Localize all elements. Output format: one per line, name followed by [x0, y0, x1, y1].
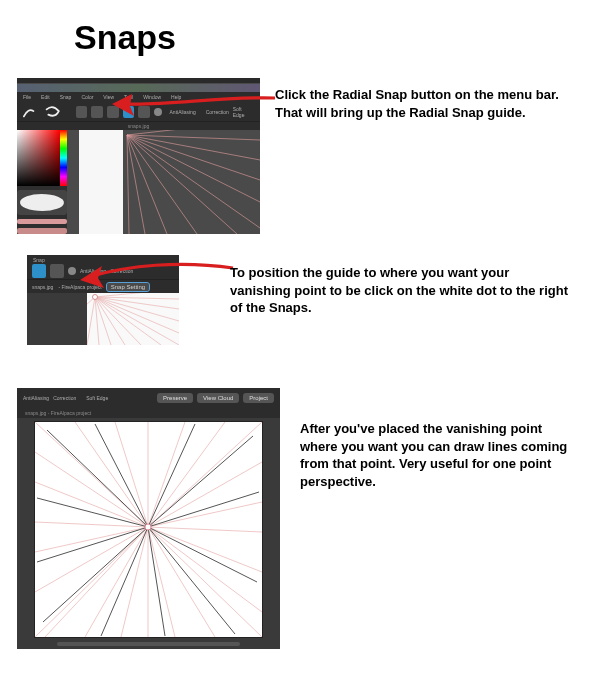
svg-line-5	[127, 135, 260, 228]
menu-view[interactable]: View	[103, 94, 114, 100]
svg-line-10	[127, 135, 129, 234]
caption-2: To position the guide to where you want …	[230, 264, 570, 317]
snap-ellipse-button[interactable]	[50, 264, 64, 278]
snap-handle-dot[interactable]	[68, 267, 76, 275]
document-tab[interactable]: snaps.jpg	[25, 410, 46, 416]
menu-tool[interactable]: Tool	[124, 94, 133, 100]
svg-line-9	[127, 135, 145, 234]
pill-preserve[interactable]: Preserve	[157, 393, 193, 403]
snap-grid-button[interactable]	[107, 106, 119, 118]
screenshot-3: AntiAliasing Correction Soft Edge Preser…	[17, 388, 280, 649]
correction-label: Correction	[110, 268, 133, 274]
undo-icon[interactable]	[44, 105, 61, 119]
svg-line-35	[148, 502, 262, 527]
svg-line-38	[148, 527, 262, 612]
brush-size-slider[interactable]	[17, 219, 67, 225]
menu-file[interactable]: File	[23, 94, 31, 100]
document-tab[interactable]: snaps.jpg	[128, 123, 149, 129]
svg-line-3	[127, 135, 260, 180]
color-picker-satval[interactable]	[17, 130, 60, 186]
caption-3: After you've placed the vanishing point …	[300, 420, 580, 490]
snap-radial-button[interactable]	[123, 106, 135, 118]
brush-preview	[17, 190, 67, 215]
svg-line-8	[127, 135, 167, 234]
svg-line-17	[95, 297, 179, 345]
page-title: Snaps	[0, 0, 600, 71]
menu-edit[interactable]: Edit	[41, 94, 50, 100]
svg-point-64	[145, 524, 151, 530]
svg-point-25	[93, 295, 98, 300]
snap-setting-button[interactable]: Snap Setting	[107, 283, 149, 291]
pill-project[interactable]: Project	[243, 393, 274, 403]
svg-line-51	[35, 452, 148, 527]
svg-line-37	[148, 527, 262, 572]
svg-line-54	[148, 424, 195, 527]
menu-window[interactable]: Window	[143, 94, 161, 100]
svg-line-34	[148, 462, 262, 527]
svg-line-2	[127, 135, 260, 160]
svg-line-32	[148, 422, 225, 527]
softedge-checkbox-label[interactable]: Soft Edge	[233, 106, 254, 118]
svg-line-19	[95, 297, 141, 345]
svg-line-33	[148, 422, 262, 527]
svg-line-53	[95, 424, 148, 527]
svg-line-22	[95, 297, 99, 345]
softedge-label[interactable]: Soft Edge	[86, 395, 108, 401]
project-label: - FireAlpaca project	[48, 410, 91, 416]
svg-line-4	[127, 135, 260, 202]
canvas-area[interactable]	[67, 130, 260, 234]
menu-help[interactable]: Help	[171, 94, 181, 100]
antialias-checkbox-label[interactable]: AntiAliasing	[23, 395, 49, 401]
antialias-checkbox-label[interactable]: AntiAliasing	[170, 109, 196, 115]
menu-snap[interactable]: Snap	[60, 94, 72, 100]
snap-off-button[interactable]	[76, 106, 88, 118]
svg-line-50	[35, 482, 148, 527]
svg-line-43	[121, 527, 148, 637]
svg-line-21	[95, 297, 111, 345]
correction-label: Correction	[206, 109, 229, 115]
snap-heading: Snap	[33, 257, 45, 263]
project-label: - FireAlpaca project	[58, 284, 101, 290]
svg-line-36	[148, 527, 262, 532]
svg-line-7	[127, 135, 197, 234]
svg-line-0	[127, 130, 260, 135]
correction-label: Correction	[53, 395, 76, 401]
menu-color[interactable]: Color	[81, 94, 93, 100]
left-panel	[17, 130, 67, 234]
svg-line-48	[35, 527, 148, 552]
color-picker-hue[interactable]	[60, 130, 67, 186]
horizontal-scrollbar[interactable]	[57, 642, 240, 646]
svg-line-61	[43, 527, 148, 622]
svg-line-59	[148, 527, 165, 636]
svg-line-1	[127, 135, 260, 140]
brush-icon[interactable]	[23, 105, 40, 119]
tool-bar: AntiAliasing Correction Soft Edge	[17, 102, 260, 122]
canvas-area[interactable]	[35, 422, 262, 637]
svg-line-23	[87, 297, 95, 345]
menu-bar: File Edit Snap Color View Tool Window He…	[17, 92, 260, 102]
snap-handle-dot[interactable]	[154, 108, 162, 116]
document-tab[interactable]: snaps.jpg	[32, 284, 53, 290]
brush-opacity-slider[interactable]	[17, 228, 67, 234]
screenshot-2: Snap AntiAliasing Correction snaps.jpg -…	[27, 255, 179, 345]
canvas-area[interactable]	[87, 293, 179, 345]
snap-ellipse-button[interactable]	[138, 106, 150, 118]
screenshot-1: File Edit Snap Color View Tool Window He…	[17, 78, 260, 234]
caption-1: Click the Radial Snap button on the menu…	[275, 86, 585, 121]
svg-line-60	[101, 527, 148, 636]
svg-line-12	[95, 293, 179, 297]
snap-parallel-button[interactable]	[91, 106, 103, 118]
svg-line-56	[148, 492, 259, 527]
snap-radial-button[interactable]	[32, 264, 46, 278]
antialias-checkbox-label[interactable]: AntiAliasing	[80, 268, 106, 274]
svg-line-6	[127, 135, 237, 234]
pill-viewcloud[interactable]: View Cloud	[197, 393, 239, 403]
